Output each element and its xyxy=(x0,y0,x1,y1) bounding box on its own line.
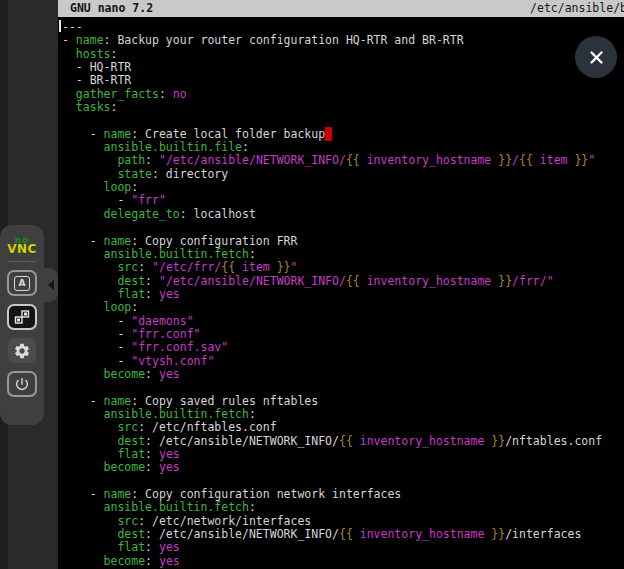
novnc-logo: no VNC xyxy=(7,236,37,254)
code-line: become: yes xyxy=(62,555,624,568)
code-line: become: yes xyxy=(62,461,624,474)
code-line: flat: yes xyxy=(62,288,624,301)
code-line: - HQ-RTR xyxy=(62,61,624,74)
code-line: --- xyxy=(62,21,624,34)
close-icon xyxy=(589,50,604,65)
code-line: gather_facts: no xyxy=(62,88,624,101)
code-line: - "frr.conf" xyxy=(62,328,624,341)
code-line: - name: Backup your router configuration… xyxy=(62,34,624,47)
fullscreen-icon xyxy=(14,309,30,325)
code-line: tasks: xyxy=(62,101,624,114)
chevron-left-icon xyxy=(48,280,54,290)
code-line: state: directory xyxy=(62,168,624,181)
code-line: src: /etc/network/interfaces xyxy=(62,515,624,528)
settings-button[interactable] xyxy=(8,338,36,363)
code-line: become: yes xyxy=(62,368,624,381)
power-icon xyxy=(14,376,30,392)
code-line: - name: Create local folder backup xyxy=(62,128,624,141)
code-line: - name: Copy configuration FRR xyxy=(62,235,624,248)
screen: GNU nano 7.2 /etc/ansible/b ---- name: B… xyxy=(0,0,624,569)
code-line: loop: xyxy=(62,301,624,314)
novnc-toolbar: no VNC A xyxy=(0,225,44,425)
text-caret-artifact xyxy=(59,20,61,32)
code-line: - "frr" xyxy=(62,194,624,207)
nano-filepath-label: /etc/ansible/b xyxy=(530,0,624,17)
code-line: - "frr.conf.sav" xyxy=(62,341,624,354)
keyboard-a-icon: A xyxy=(14,276,30,291)
code-line: - "vtysh.conf" xyxy=(62,355,624,368)
power-button[interactable] xyxy=(7,371,37,397)
toolbar-divider xyxy=(7,261,37,262)
nano-version-label: GNU nano 7.2 xyxy=(70,0,153,17)
text-cursor xyxy=(325,127,332,141)
code-line: ansible.builtin.fetch: xyxy=(62,501,624,514)
nano-titlebar: GNU nano 7.2 /etc/ansible/b xyxy=(58,0,624,17)
code-line: src: "/etc/frr/{{ item }}" xyxy=(62,261,624,274)
code-line: - name: Copy configuration network inter… xyxy=(62,488,624,501)
toolbar-collapse-handle[interactable] xyxy=(44,268,58,302)
code-line: flat: yes xyxy=(62,541,624,554)
code-line xyxy=(62,381,624,394)
code-line: dest: "/etc/ansible/NETWORK_INFO/{{ inve… xyxy=(62,275,624,288)
code-line: hosts: xyxy=(62,48,624,61)
code-line xyxy=(62,221,624,234)
code-line: - name: Copy saved rules nftables xyxy=(62,395,624,408)
novnc-logo-bottom: VNC xyxy=(7,245,37,254)
code-line: ansible.builtin.fetch: xyxy=(62,408,624,421)
code-line: path: "/etc/ansible/NETWORK_INFO/{{ inve… xyxy=(62,154,624,167)
code-line: ansible.builtin.fetch: xyxy=(62,248,624,261)
code-line: flat: yes xyxy=(62,448,624,461)
gear-icon xyxy=(13,342,31,360)
code-line: - "daemons" xyxy=(62,315,624,328)
code-line: ansible.builtin.file: xyxy=(62,141,624,154)
code-line: - BR-RTR xyxy=(62,74,624,87)
code-line: src: /etc/nftables.conf xyxy=(62,421,624,434)
fullscreen-button[interactable] xyxy=(7,304,37,330)
close-button[interactable] xyxy=(575,36,617,78)
code-line: loop: xyxy=(62,181,624,194)
keyboard-button[interactable]: A xyxy=(7,270,37,296)
code-line xyxy=(62,475,624,488)
code-line: dest: /etc/ansible/NETWORK_INFO/{{ inven… xyxy=(62,435,624,448)
code-line: delegate_to: localhost xyxy=(62,208,624,221)
terminal-window[interactable]: GNU nano 7.2 /etc/ansible/b ---- name: B… xyxy=(58,0,624,569)
code-line: dest: /etc/ansible/NETWORK_INFO/{{ inven… xyxy=(62,528,624,541)
code-area[interactable]: ---- name: Backup your router configurat… xyxy=(58,17,624,568)
code-line xyxy=(62,114,624,127)
